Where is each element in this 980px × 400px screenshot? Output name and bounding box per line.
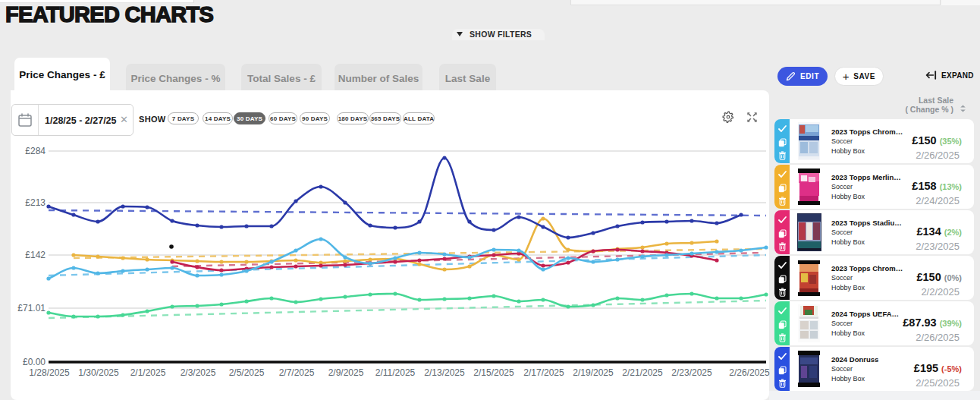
- svg-text:£71.01: £71.01: [17, 303, 46, 313]
- svg-text:2/7/2025: 2/7/2025: [279, 367, 315, 378]
- svg-text:2/3/2025: 2/3/2025: [181, 367, 216, 378]
- svg-text:£284: £284: [25, 146, 46, 156]
- svg-text:£213: £213: [25, 197, 46, 208]
- svg-text:2/13/2025: 2/13/2025: [424, 367, 465, 378]
- svg-text:2/15/2025: 2/15/2025: [473, 367, 514, 378]
- svg-text:1/30/2025: 1/30/2025: [78, 367, 119, 378]
- svg-text:2/5/2025: 2/5/2025: [229, 367, 265, 378]
- svg-text:1/28/2025: 1/28/2025: [29, 367, 70, 378]
- svg-text:2/23/2025: 2/23/2025: [671, 367, 712, 378]
- svg-text:2/1/2025: 2/1/2025: [130, 367, 166, 378]
- svg-text:2/17/2025: 2/17/2025: [523, 367, 564, 378]
- svg-text:2/11/2025: 2/11/2025: [375, 367, 416, 378]
- svg-text:£142: £142: [25, 250, 46, 260]
- svg-text:2/21/2025: 2/21/2025: [622, 367, 663, 378]
- svg-text:2/9/2025: 2/9/2025: [328, 367, 364, 378]
- svg-text:2/19/2025: 2/19/2025: [573, 367, 614, 378]
- svg-text:2/26/2025: 2/26/2025: [729, 367, 770, 378]
- svg-text:£0.00: £0.00: [23, 357, 46, 367]
